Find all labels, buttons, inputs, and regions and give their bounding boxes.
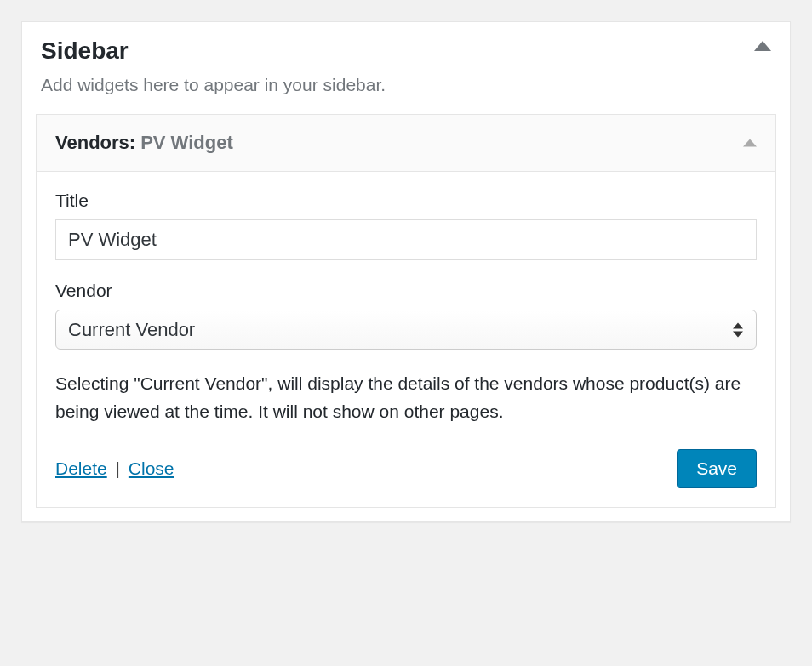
save-button[interactable]: Save xyxy=(677,449,757,488)
widget-name-label: Vendors: xyxy=(55,132,135,154)
chevron-up-icon xyxy=(754,41,771,51)
left-actions: Delete | Close xyxy=(55,458,174,479)
sidebar-title: Sidebar xyxy=(41,37,771,65)
sidebar-collapse-toggle[interactable] xyxy=(754,41,771,51)
widget-body: Title Vendor Current Vendor Selecting "C… xyxy=(37,171,775,507)
vendor-help-text: Selecting "Current Vendor", will display… xyxy=(55,370,757,425)
vendor-field-label: Vendor xyxy=(55,281,757,301)
title-input[interactable] xyxy=(55,219,757,260)
sidebar-widget-area: Sidebar Add widgets here to appear in yo… xyxy=(21,21,791,522)
close-link[interactable]: Close xyxy=(129,458,174,478)
sidebar-header: Sidebar Add widgets here to appear in yo… xyxy=(22,22,790,114)
vendor-select-wrap: Current Vendor xyxy=(55,310,757,350)
chevron-up-icon xyxy=(743,139,757,147)
sidebar-description: Add widgets here to appear in your sideb… xyxy=(41,75,771,95)
widget-subtitle: PV Widget xyxy=(140,132,233,154)
delete-link[interactable]: Delete xyxy=(55,458,107,478)
vendor-select[interactable]: Current Vendor xyxy=(55,310,757,350)
widget-actions: Delete | Close Save xyxy=(55,449,757,488)
action-separator: | xyxy=(116,458,120,478)
title-field-label: Title xyxy=(55,191,757,211)
vendors-widget: Vendors: PV Widget Title Vendor Current … xyxy=(36,114,776,508)
widget-header[interactable]: Vendors: PV Widget xyxy=(37,115,775,171)
widget-collapse-toggle[interactable] xyxy=(743,139,757,147)
